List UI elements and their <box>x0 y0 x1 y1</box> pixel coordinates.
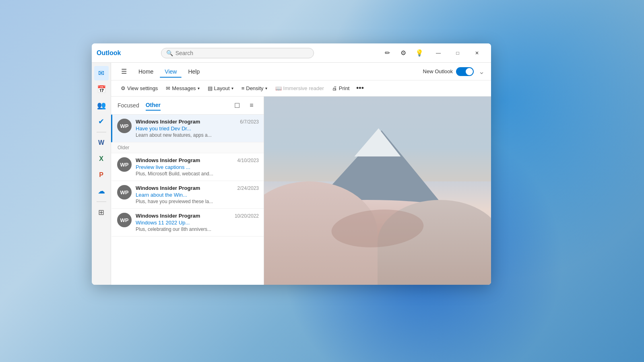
email-date: 2/24/2023 <box>237 185 259 191</box>
close-button[interactable]: ✕ <box>468 47 486 60</box>
hamburger-menu-button[interactable]: ☰ <box>118 65 130 78</box>
list-item[interactable]: WP Windows Insider Program 6/7/2023 Have… <box>111 115 264 142</box>
search-input[interactable] <box>175 50 309 56</box>
new-outlook-switch[interactable] <box>456 67 474 76</box>
email-subject: Windows 11 2022 Up... <box>136 220 259 226</box>
view-settings-icon: ⚙ <box>121 85 126 91</box>
sidebar-item-powerpoint[interactable]: P <box>94 168 109 182</box>
feedback-button[interactable]: ✏ <box>381 47 394 60</box>
ribbon-chevron-icon[interactable]: ⌄ <box>479 67 485 76</box>
list-view-icon: ☐ <box>234 102 240 109</box>
layout-icon: ▤ <box>208 85 213 91</box>
new-outlook-label: New Outlook <box>423 68 453 74</box>
preview-pane <box>264 97 491 285</box>
immersive-reader-button[interactable]: 📖 Immersive reader <box>272 84 327 93</box>
title-bar: Outlook 🔍 ✏ ⚙ 💡 — □ ✕ <box>92 43 491 63</box>
messages-label: Messages <box>172 85 196 91</box>
people-icon: 👥 <box>97 101 106 110</box>
avatar: WP <box>117 185 132 200</box>
avatar: WP <box>117 213 132 227</box>
email-sender: Windows Insider Program <box>136 157 200 163</box>
density-chevron-icon: ▾ <box>265 86 267 90</box>
sidebar-item-onedrive[interactable]: ☁ <box>94 184 109 198</box>
sidebar-icons: ✉ 📅 👥 ✔ W X P ☁ <box>92 63 111 285</box>
email-sender: Windows Insider Program <box>136 185 200 191</box>
email-sender: Windows Insider Program <box>136 119 200 125</box>
tips-icon: 💡 <box>415 49 423 57</box>
content-area: Focused Other ☐ ≡ <box>111 97 491 285</box>
window-controls: — □ ✕ <box>429 47 486 60</box>
immersive-reader-label: Immersive reader <box>283 85 324 91</box>
filter-icon: ≡ <box>250 102 253 109</box>
landscape-image <box>264 97 491 285</box>
view-settings-button[interactable]: ⚙ View settings <box>118 84 161 93</box>
email-subject: Learn about the Win... <box>136 192 259 198</box>
mountain-snow <box>355 128 401 156</box>
tab-view[interactable]: View <box>160 66 182 77</box>
email-preview: Learn about new features, apps a... <box>136 132 259 138</box>
settings-button[interactable]: ⚙ <box>397 47 410 60</box>
folder-tabs: Focused Other ☐ ≡ <box>111 97 264 115</box>
email-list: WP Windows Insider Program 6/7/2023 Have… <box>111 115 264 285</box>
list-view-toggle-button[interactable]: ☐ <box>231 100 243 111</box>
folder-tab-actions: ☐ ≡ <box>231 100 257 111</box>
main-layout: ✉ 📅 👥 ✔ W X P ☁ <box>92 63 491 285</box>
email-preview: Plus, have you previewed these la... <box>136 199 259 204</box>
layout-label: Layout <box>214 85 230 91</box>
list-item[interactable]: WP Windows Insider Program 4/10/2023 Pre… <box>111 153 264 181</box>
sidebar-item-calendar[interactable]: 📅 <box>94 82 109 97</box>
more-options-button[interactable]: ••• <box>354 83 365 94</box>
avatar: WP <box>117 119 132 133</box>
tab-help[interactable]: Help <box>183 66 204 77</box>
email-preview: Plus, Microsoft Build, webcast and... <box>136 171 259 177</box>
list-item[interactable]: WP Windows Insider Program 10/20/2022 Wi… <box>111 209 264 237</box>
email-preview: Plus, celebrating our 8th annivers... <box>136 226 259 232</box>
calendar-icon: 📅 <box>97 85 106 94</box>
email-subject: Preview live captions ... <box>136 164 259 170</box>
density-button[interactable]: ≡ Density ▾ <box>238 84 270 93</box>
sidebar-item-mail[interactable]: ✉ <box>94 66 109 80</box>
messages-button[interactable]: ✉ Messages ▾ <box>163 84 202 93</box>
email-header: Windows Insider Program 6/7/2023 <box>136 119 259 125</box>
settings-icon: ⚙ <box>400 49 406 57</box>
onedrive-icon: ☁ <box>98 187 105 195</box>
tab-other[interactable]: Other <box>146 100 161 111</box>
email-header: Windows Insider Program 2/24/2023 <box>136 185 259 191</box>
print-button[interactable]: 🖨 Print <box>329 84 353 93</box>
immersive-reader-icon: 📖 <box>275 85 282 91</box>
tab-home[interactable]: Home <box>134 66 158 77</box>
tips-button[interactable]: 💡 <box>413 47 426 60</box>
sidebar-item-word[interactable]: W <box>94 136 109 150</box>
minimize-icon: — <box>436 50 441 56</box>
email-subject: Have you tried Dev Dr... <box>136 125 259 132</box>
sidebar-divider-2 <box>97 202 106 202</box>
density-icon: ≡ <box>242 85 245 91</box>
close-icon: ✕ <box>475 50 479 56</box>
filter-button[interactable]: ≡ <box>246 100 257 111</box>
search-box[interactable]: 🔍 <box>161 48 314 58</box>
email-date: 10/20/2022 <box>235 213 259 219</box>
sidebar-item-apps[interactable]: ⊞ <box>94 205 109 220</box>
new-outlook-toggle: New Outlook <box>423 67 474 76</box>
email-header: Windows Insider Program 4/10/2023 <box>136 157 259 163</box>
app-area: ☰ Home View Help New Outlook ⌄ ⚙ Vie <box>111 63 491 285</box>
sidebar-item-people[interactable]: 👥 <box>94 98 109 113</box>
email-content: Windows Insider Program 6/7/2023 Have yo… <box>136 119 259 138</box>
excel-icon: X <box>99 155 103 162</box>
minimize-button[interactable]: — <box>429 47 448 60</box>
layout-button[interactable]: ▤ Layout ▾ <box>204 84 237 93</box>
tab-focused[interactable]: Focused <box>118 101 139 110</box>
email-content: Windows Insider Program 10/20/2022 Windo… <box>136 213 259 232</box>
app-logo: Outlook <box>97 49 121 57</box>
mail-icon: ✉ <box>98 69 104 78</box>
messages-chevron-icon: ▾ <box>198 86 200 90</box>
view-settings-label: View settings <box>127 85 158 91</box>
email-header: Windows Insider Program 10/20/2022 <box>136 213 259 219</box>
sidebar-item-tasks[interactable]: ✔ <box>94 114 109 129</box>
maximize-button[interactable]: □ <box>448 47 467 60</box>
more-options-icon: ••• <box>356 84 364 93</box>
sidebar-item-excel[interactable]: X <box>94 152 109 166</box>
tasks-icon: ✔ <box>98 117 104 126</box>
list-item[interactable]: WP Windows Insider Program 2/24/2023 Lea… <box>111 181 264 209</box>
email-date: 6/7/2023 <box>240 119 259 125</box>
